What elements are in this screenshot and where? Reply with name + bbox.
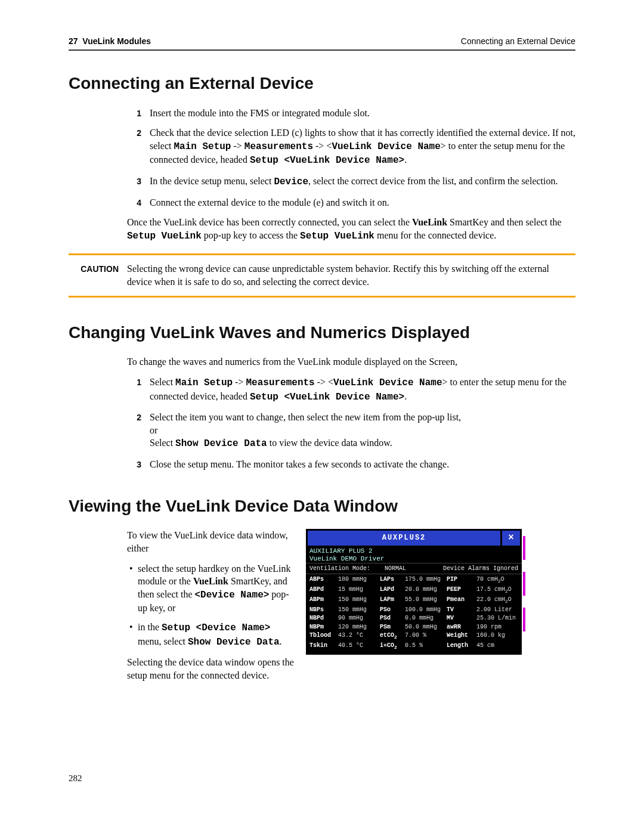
section-heading-changing: Changing VueLink Waves and Numerics Disp…: [69, 321, 575, 344]
param-label: ABPs: [309, 575, 338, 585]
device-window-sub1: AUXILIARY PLUS 2: [309, 547, 518, 555]
param-value: 0.0 mmHg: [405, 614, 447, 623]
param-label: ABPm: [309, 596, 338, 605]
section3-intro: To view the VueLink device data window, …: [127, 529, 294, 555]
param-value: 43.2 °C: [338, 631, 380, 641]
param-value: 100.0 mmHg: [405, 606, 447, 614]
param-value: 25.30 L/min: [476, 614, 522, 623]
menu-vuelink-device-name: VueLink Device Name: [332, 141, 440, 152]
bullet-2: in the Setup <Device Name> menu, select …: [127, 621, 294, 649]
bullet-1: select the setup hardkey on the VueLink …: [127, 562, 294, 615]
param-label: LAPd: [380, 586, 405, 595]
menu-show-device-data: Show Device Data: [175, 438, 267, 449]
param-label: NBPd: [309, 614, 338, 623]
menu-setup-vldn: Setup <VueLink Device Name>: [250, 155, 404, 166]
step-2: 2 Select the item you want to change, th…: [127, 411, 575, 451]
param-label: etCO2: [380, 631, 405, 641]
device-window-title: AUXPLUS2: [308, 531, 500, 545]
section-heading-viewing: Viewing the VueLink Device Data Window: [69, 495, 575, 518]
param-value: 120 mmHg: [338, 623, 380, 631]
param-label: LAPs: [380, 575, 405, 585]
param-label: PSd: [380, 614, 405, 623]
close-icon[interactable]: ×: [502, 531, 520, 545]
section1-after-para: Once the VueLink device has been correct…: [127, 216, 575, 243]
param-label: LAPm: [380, 596, 405, 605]
menu-device: Device: [274, 176, 308, 187]
param-value: 20.0 mmHg: [405, 586, 447, 595]
param-label: PIP: [447, 575, 476, 585]
param-value: 7.00 %: [405, 631, 447, 641]
section1-body: 1 Insert the module into the FMS or inte…: [127, 107, 575, 243]
param-label: Pmean: [447, 596, 476, 605]
section-heading-connecting: Connecting an External Device: [69, 72, 575, 95]
step-4: 4 Connect the external device to the mod…: [127, 196, 575, 209]
section3-body: To view the VueLink device data window, …: [127, 529, 575, 689]
device-data-grid: ABPs180 mmHgLAPs175.0 mmHgPIP70 cmH2OABP…: [306, 574, 522, 652]
step-2: 2 Check that the device selection LED (c…: [127, 126, 575, 168]
param-value: 70 cmH2O: [476, 575, 522, 585]
param-label: awRR: [447, 623, 476, 631]
header-chapter: 27 VueLink Modules: [69, 36, 151, 47]
page-header: 27 VueLink Modules Connecting an Externa…: [69, 36, 575, 51]
param-value: 90 mmHg: [338, 614, 380, 623]
mode-value: NORMAL: [385, 565, 406, 572]
param-label: i«CO2: [380, 642, 405, 651]
section3-bullets: select the setup hardkey on the VueLink …: [127, 562, 294, 649]
mode-label: Ventilation Mode:: [309, 565, 370, 572]
chapter-number: 27: [69, 36, 78, 46]
param-label: Tskin: [309, 642, 338, 651]
param-value: 150 mmHg: [338, 606, 380, 614]
chapter-title: VueLink Modules: [82, 36, 151, 46]
param-label: Tblood: [309, 631, 338, 641]
param-value: 180 mmHg: [338, 575, 380, 585]
param-label: NBPm: [309, 623, 338, 631]
menu-measurements: Measurements: [244, 141, 313, 152]
header-section: Connecting an External Device: [461, 36, 575, 47]
param-value: 50.0 mmHg: [405, 623, 447, 631]
device-data-window: AUXPLUS2 × AUXILIARY PLUS 2 VueLink DEMO…: [306, 529, 522, 655]
param-value: 0.5 %: [405, 642, 447, 651]
menu-main-setup: Main Setup: [174, 141, 231, 152]
caution-label: CAUTION: [69, 262, 127, 288]
param-value: 190 rpm: [476, 623, 522, 631]
section3-outro: Selecting the device data window opens t…: [127, 656, 294, 682]
param-label: PSo: [380, 606, 405, 614]
step-3: 3 In the device setup menu, select Devic…: [127, 175, 575, 189]
param-value: 175.0 mmHg: [405, 575, 447, 585]
page-number: 282: [69, 772, 575, 784]
section2-body: To change the waves and numerics from th…: [127, 355, 575, 470]
param-value: 2.00 Liter: [476, 606, 522, 614]
param-value: 55.0 mmHg: [405, 596, 447, 605]
param-label: NBPs: [309, 606, 338, 614]
step-1: 1 Select Main Setup -> Measurements -> <…: [127, 376, 575, 404]
step-3: 3 Close the setup menu. The monitor take…: [127, 458, 575, 471]
param-value: 17.5 cmH2O: [476, 586, 522, 595]
step-1: 1 Insert the module into the FMS or inte…: [127, 107, 575, 120]
param-label: TV: [447, 606, 476, 614]
param-label: Weight: [447, 631, 476, 641]
section2-steps: 1 Select Main Setup -> Measurements -> <…: [127, 376, 575, 471]
param-label: PSm: [380, 623, 405, 631]
caution-text: Selecting the wrong device can cause unp…: [127, 262, 575, 288]
param-label: ABPd: [309, 586, 338, 595]
device-window-sub2: VueLink DEMO Driver: [309, 555, 518, 563]
device-alarms-status: Device Alarms Ignored: [443, 565, 518, 573]
param-value: 22.0 cmH2O: [476, 596, 522, 605]
section1-steps: 1 Insert the module into the FMS or inte…: [127, 107, 575, 209]
param-value: 160.0 kg: [476, 631, 522, 641]
param-label: MV: [447, 614, 476, 623]
param-label: Length: [447, 642, 476, 651]
caution-block: CAUTION Selecting the wrong device can c…: [69, 253, 575, 297]
param-value: 45 cm: [476, 642, 522, 651]
param-value: 15 mmHg: [338, 586, 380, 595]
param-label: PEEP: [447, 586, 476, 595]
param-value: 40.5 °C: [338, 642, 380, 651]
section2-intro: To change the waves and numerics from th…: [127, 355, 575, 368]
param-value: 150 mmHg: [338, 596, 380, 605]
